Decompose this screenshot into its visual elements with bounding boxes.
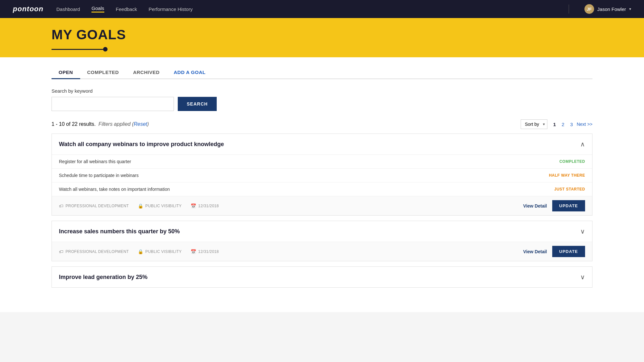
hero-banner: MY GOALS	[0, 18, 644, 57]
meta-date-label-2: 12/31/2018	[198, 249, 219, 254]
calendar-icon: 📅	[191, 203, 196, 209]
results-right: Sort by Name Date Status 1 2 3 Next >>	[521, 119, 592, 129]
chevron-down-icon-2: ∨	[580, 227, 585, 235]
status-badge-halfway: HALF WAY THERE	[549, 173, 585, 178]
nav-goals[interactable]: Goals	[91, 5, 104, 13]
meta-category-label-1: PROFESSIONAL DEVELOPMENT	[65, 204, 129, 208]
pagination-next[interactable]: Next >>	[577, 122, 592, 127]
results-count: 1 - 10 of 22 results.	[52, 121, 96, 127]
user-name: Jason Fowler	[597, 6, 626, 12]
lock-icon: 🔒	[138, 203, 143, 209]
goal-meta-1: 🏷 PROFESSIONAL DEVELOPMENT 🔒 PUBLIC VISI…	[59, 203, 219, 209]
meta-visibility-label-1: PUBLIC VISIBILITY	[145, 204, 182, 208]
chevron-down-icon: ▾	[629, 7, 631, 11]
results-summary: 1 - 10 of 22 results. Filters applied (R…	[52, 121, 149, 127]
search-input[interactable]	[52, 97, 174, 111]
meta-category-label-2: PROFESSIONAL DEVELOPMENT	[65, 249, 129, 254]
tab-open[interactable]: OPEN	[52, 66, 80, 79]
tab-archived[interactable]: ARCHIVED	[126, 66, 166, 79]
goal-title-2: Increase sales numbers this quarter by 5…	[59, 228, 180, 235]
tab-add-goal[interactable]: ADD A GOAL	[167, 66, 213, 79]
page-1[interactable]: 1	[551, 121, 558, 128]
goal-footer-2: 🏷 PROFESSIONAL DEVELOPMENT 🔒 PUBLIC VISI…	[52, 242, 592, 261]
goal-actions-1: View Detail UPDATE	[523, 200, 585, 211]
results-bar: 1 - 10 of 22 results. Filters applied (R…	[52, 115, 592, 134]
goal-card-3: Improve lead generation by 25% ∨	[52, 266, 592, 288]
milestone-text-1: Register for all webinars this quarter	[59, 159, 131, 164]
tab-bar: OPEN COMPLETED ARCHIVED ADD A GOAL	[52, 57, 592, 79]
nav-feedback[interactable]: Feedback	[116, 6, 137, 12]
calendar-icon-2: 📅	[191, 249, 196, 254]
tab-completed[interactable]: COMPLETED	[80, 66, 126, 79]
pagination: 1 2 3 Next >>	[551, 121, 592, 128]
page-3[interactable]: 3	[568, 121, 575, 128]
goal-title-1: Watch all company webinars to improve pr…	[59, 141, 224, 148]
milestone-row-3: Watch all webinars, take notes on import…	[52, 182, 592, 196]
milestone-row-2: Schedule time to participate in webinars…	[52, 168, 592, 182]
milestone-text-2: Schedule time to participate in webinars	[59, 173, 138, 178]
update-button-2[interactable]: UPDATE	[552, 246, 585, 257]
tag-icon-2: 🏷	[59, 249, 63, 254]
lock-icon-2: 🔒	[138, 249, 143, 254]
goal-title-3: Improve lead generation by 25%	[59, 274, 147, 281]
view-detail-link-1[interactable]: View Detail	[523, 203, 547, 209]
chevron-down-icon-3: ∨	[580, 273, 585, 281]
main-content: OPEN COMPLETED ARCHIVED ADD A GOAL Searc…	[0, 57, 644, 312]
status-badge-completed: COMPLETED	[559, 159, 585, 164]
brand-logo: pontoon	[13, 5, 43, 13]
navbar: pontoon Dashboard Goals Feedback Perform…	[0, 0, 644, 18]
milestone-row-1: Register for all webinars this quarter C…	[52, 154, 592, 168]
meta-date-2: 📅 12/31/2018	[191, 249, 219, 254]
meta-category-2: 🏷 PROFESSIONAL DEVELOPMENT	[59, 249, 129, 254]
hero-line-dot	[103, 47, 108, 51]
meta-visibility-1: 🔒 PUBLIC VISIBILITY	[138, 203, 182, 209]
filters-applied-text[interactable]: Filters applied (Reset)	[97, 121, 149, 127]
avatar: JF	[584, 4, 594, 14]
sort-wrapper: Sort by Name Date Status	[521, 119, 547, 129]
sort-select[interactable]: Sort by Name Date Status	[521, 119, 547, 129]
search-label: Search by keyword	[52, 88, 592, 94]
goal-card-1: Watch all company webinars to improve pr…	[52, 134, 592, 216]
goal-header-3[interactable]: Improve lead generation by 25% ∨	[52, 267, 592, 287]
page-title: MY GOALS	[52, 27, 644, 42]
update-button-1[interactable]: UPDATE	[552, 200, 585, 211]
nav-links: Dashboard Goals Feedback Performance His…	[56, 5, 553, 13]
goal-meta-2: 🏷 PROFESSIONAL DEVELOPMENT 🔒 PUBLIC VISI…	[59, 249, 219, 254]
search-row: SEARCH	[52, 97, 592, 111]
goal-footer-1: 🏷 PROFESSIONAL DEVELOPMENT 🔒 PUBLIC VISI…	[52, 196, 592, 215]
goal-header-1[interactable]: Watch all company webinars to improve pr…	[52, 134, 592, 154]
goal-card-2: Increase sales numbers this quarter by 5…	[52, 221, 592, 261]
search-button[interactable]: SEARCH	[178, 97, 217, 111]
meta-visibility-2: 🔒 PUBLIC VISIBILITY	[138, 249, 182, 254]
milestone-text-3: Watch all webinars, take notes on import…	[59, 187, 170, 192]
meta-date-1: 📅 12/31/2018	[191, 203, 219, 209]
view-detail-link-2[interactable]: View Detail	[523, 249, 547, 254]
status-badge-started: JUST STARTED	[554, 187, 585, 191]
tag-icon: 🏷	[59, 203, 63, 209]
nav-divider	[569, 5, 569, 14]
user-menu[interactable]: JF Jason Fowler ▾	[584, 4, 631, 14]
search-section: Search by keyword SEARCH	[52, 79, 592, 115]
nav-dashboard[interactable]: Dashboard	[56, 6, 80, 12]
meta-date-label-1: 12/31/2018	[198, 204, 219, 208]
goal-actions-2: View Detail UPDATE	[523, 246, 585, 257]
goal-header-2[interactable]: Increase sales numbers this quarter by 5…	[52, 221, 592, 242]
reset-link[interactable]: Reset	[134, 121, 147, 127]
hero-decoration	[52, 47, 644, 51]
hero-line-bar	[52, 49, 103, 50]
meta-category-1: 🏷 PROFESSIONAL DEVELOPMENT	[59, 203, 129, 209]
page-2[interactable]: 2	[560, 121, 566, 128]
chevron-up-icon: ∧	[580, 140, 585, 148]
nav-performance-history[interactable]: Performance History	[148, 6, 193, 12]
meta-visibility-label-2: PUBLIC VISIBILITY	[145, 249, 182, 254]
